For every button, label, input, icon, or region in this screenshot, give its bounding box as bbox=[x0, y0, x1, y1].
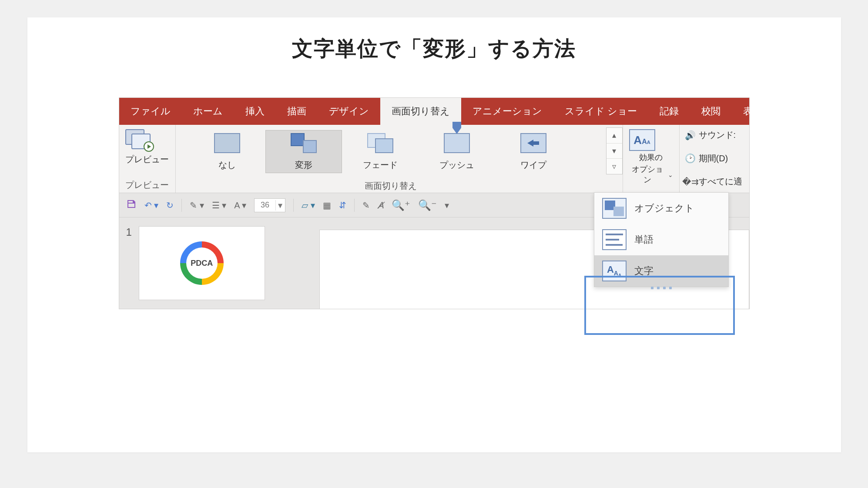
effect-options-icon: AAA bbox=[629, 129, 655, 151]
zoom-in-button[interactable]: 🔍⁺ bbox=[392, 199, 410, 211]
slide-thumbnail-rail: 1 PDCA bbox=[119, 217, 293, 309]
tab-review[interactable]: 校閲 bbox=[690, 98, 732, 125]
transition-none-icon bbox=[214, 133, 240, 153]
resize-dots-icon bbox=[651, 287, 672, 289]
effect-options-label-1: 効果の bbox=[639, 153, 663, 163]
align-button[interactable]: ▦ bbox=[323, 200, 331, 211]
timing-sound-label: サウンド: bbox=[699, 129, 736, 141]
group-timing: 🔊 サウンド: 🕑 期間(D) �⇉ すべてに適 bbox=[680, 125, 749, 193]
toolbar-more-button[interactable]: ▾ bbox=[445, 200, 449, 211]
apply-all-icon: �⇉ bbox=[686, 177, 695, 187]
font-size-input[interactable] bbox=[255, 201, 275, 210]
gallery-more-button[interactable]: ▴ ▾ ▿ bbox=[606, 127, 623, 174]
tab-transitions[interactable]: 画面切り替え bbox=[380, 98, 461, 125]
separator bbox=[293, 199, 294, 212]
dropdown-option-object-label: オブジェクト bbox=[634, 202, 694, 215]
group-transitions-gallery: なし 変形 フェード プッシュ bbox=[176, 125, 623, 193]
tab-home[interactable]: ホーム bbox=[182, 98, 234, 125]
transition-morph-label: 変形 bbox=[268, 159, 340, 171]
transition-none[interactable]: なし bbox=[189, 130, 265, 173]
save-icon bbox=[126, 199, 137, 209]
timing-duration[interactable]: 🕑 期間(D) bbox=[686, 153, 728, 164]
save-button[interactable] bbox=[126, 199, 137, 211]
effect-options-dropdown: オブジェクト 単語 AAA 文字 bbox=[594, 192, 729, 287]
screenshot-wrap: ファイル ホーム 挿入 描画 デザイン 画面切り替え アニメーション スライド … bbox=[119, 97, 750, 309]
transition-fade[interactable]: フェード bbox=[342, 130, 419, 173]
transition-morph[interactable]: 変形 bbox=[265, 130, 342, 173]
gallery-group-label: 画面切り替え bbox=[176, 178, 606, 192]
timing-sound[interactable]: 🔊 サウンド: bbox=[686, 129, 736, 141]
effect-options-label-2: オプション bbox=[629, 164, 666, 185]
tab-file[interactable]: ファイル bbox=[119, 98, 182, 125]
preview-caption: プレビュー bbox=[125, 154, 169, 165]
font-color-button[interactable]: A ▾ bbox=[234, 200, 246, 211]
pdca-label: PDCA bbox=[191, 259, 213, 268]
tab-animations[interactable]: アニメーション bbox=[461, 98, 553, 125]
timing-duration-label: 期間(D) bbox=[699, 153, 728, 164]
transition-push-icon bbox=[444, 133, 470, 153]
zoom-out-button[interactable]: 🔍⁻ bbox=[418, 199, 437, 211]
clear-format-button[interactable]: A̸ bbox=[378, 200, 384, 211]
font-size-dropdown-icon: ▾ bbox=[275, 200, 285, 211]
transition-push[interactable]: プッシュ bbox=[419, 130, 495, 173]
clock-icon: 🕑 bbox=[686, 154, 695, 163]
dropdown-option-character-label: 文字 bbox=[634, 264, 654, 277]
word-option-icon bbox=[602, 229, 627, 250]
preview-button[interactable]: プレビュー bbox=[125, 129, 169, 165]
separator bbox=[354, 199, 355, 212]
gallery-down-icon: ▾ bbox=[607, 144, 622, 159]
group-effect-options: AAA 効果の オプション ⌄ bbox=[623, 125, 680, 193]
dropdown-option-word-label: 単語 bbox=[634, 233, 654, 246]
gallery-up-icon: ▴ bbox=[607, 128, 622, 144]
transition-none-label: なし bbox=[191, 159, 263, 171]
slide-thumbnail-1[interactable]: PDCA bbox=[139, 226, 265, 300]
arrange-button[interactable]: ⇵ bbox=[339, 200, 346, 211]
sound-icon: 🔊 bbox=[686, 130, 695, 140]
dropdown-option-word[interactable]: 単語 bbox=[594, 224, 728, 255]
page-title: 文字単位で「変形」する方法 bbox=[27, 35, 841, 63]
bullets-button[interactable]: ☰ ▾ bbox=[212, 200, 227, 211]
timing-apply-all[interactable]: �⇉ すべてに適 bbox=[686, 176, 742, 187]
tab-draw[interactable]: 描画 bbox=[276, 98, 318, 125]
preview-icon bbox=[125, 129, 152, 151]
shape-button[interactable]: ▱ ▾ bbox=[302, 200, 315, 211]
transition-wipe-icon bbox=[520, 133, 546, 153]
tutorial-card: 文字単位で「変形」する方法 ファイル ホーム 挿入 描画 デザイン 画面切り替え… bbox=[27, 17, 841, 452]
dropdown-option-character[interactable]: AAA 文字 bbox=[594, 255, 728, 287]
dropdown-option-object[interactable]: オブジェクト bbox=[594, 193, 728, 224]
group-preview: プレビュー プレビュー bbox=[119, 125, 176, 193]
tab-design[interactable]: デザイン bbox=[318, 98, 380, 125]
transition-morph-icon bbox=[291, 133, 317, 153]
separator bbox=[181, 199, 182, 212]
ribbon-tabs: ファイル ホーム 挿入 描画 デザイン 画面切り替え アニメーション スライド … bbox=[119, 98, 749, 125]
tab-insert[interactable]: 挿入 bbox=[234, 98, 276, 125]
tab-slideshow[interactable]: スライド ショー bbox=[553, 98, 648, 125]
pdca-ring-icon: PDCA bbox=[180, 241, 224, 285]
transition-wipe-label: ワイプ bbox=[497, 159, 570, 171]
font-size-selector[interactable]: ▾ bbox=[254, 198, 285, 212]
format-painter-button[interactable]: ✎ ▾ bbox=[190, 200, 204, 211]
transition-wipe[interactable]: ワイプ bbox=[495, 130, 572, 173]
chevron-down-icon: ⌄ bbox=[668, 171, 673, 179]
edit-button[interactable]: ✎ bbox=[362, 200, 370, 211]
ribbon-body: プレビュー プレビュー なし 変形 bbox=[119, 125, 749, 193]
object-option-icon bbox=[602, 198, 627, 219]
preview-group-label: プレビュー bbox=[125, 177, 169, 191]
effect-options-button[interactable]: AAA 効果の オプション ⌄ bbox=[629, 129, 673, 185]
slide-number: 1 bbox=[126, 226, 132, 300]
transition-fade-label: フェード bbox=[344, 159, 416, 171]
transition-fade-icon bbox=[367, 133, 393, 153]
character-option-icon: AAA bbox=[602, 261, 627, 281]
tab-record[interactable]: 記録 bbox=[648, 98, 690, 125]
redo-button[interactable]: ↻ bbox=[166, 200, 174, 211]
undo-button[interactable]: ↶ ▾ bbox=[144, 200, 159, 211]
transition-push-label: プッシュ bbox=[421, 159, 493, 171]
timing-apply-all-label: すべてに適 bbox=[699, 176, 742, 187]
gallery-expand-icon: ▿ bbox=[607, 159, 622, 174]
tab-view[interactable]: 表 bbox=[732, 98, 764, 125]
